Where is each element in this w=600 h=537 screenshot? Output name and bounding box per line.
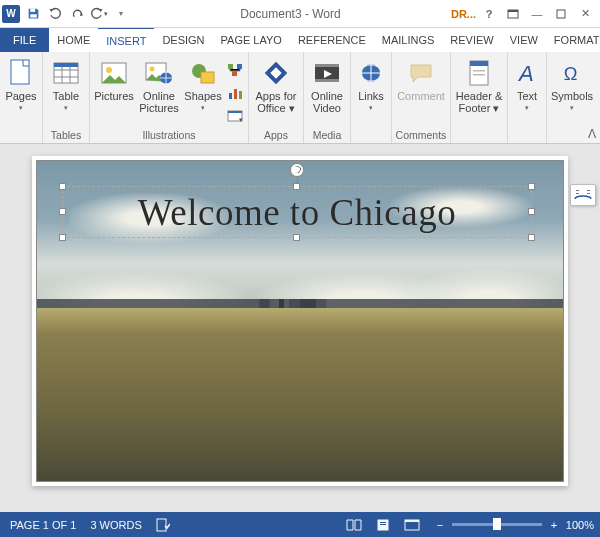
- svg-text:Ω: Ω: [564, 63, 578, 84]
- page-status[interactable]: PAGE 1 OF 1: [10, 519, 76, 531]
- smartart-icon[interactable]: [225, 60, 245, 80]
- svg-rect-27: [315, 64, 339, 67]
- svg-rect-28: [315, 79, 339, 82]
- tab-home[interactable]: HOME: [49, 28, 98, 52]
- symbols-icon: Ω: [557, 58, 587, 88]
- tab-review[interactable]: REVIEW: [442, 28, 501, 52]
- account-badge[interactable]: DR...: [451, 8, 476, 20]
- word-app-icon: W: [2, 5, 20, 23]
- ribbon: Pages ▾ Table ▾ Tables Pictures Online P…: [0, 52, 600, 144]
- tab-mailings[interactable]: MAILINGS: [374, 28, 443, 52]
- group-label-media: Media: [313, 128, 342, 143]
- save-icon[interactable]: [24, 4, 42, 24]
- undo-dropdown-icon[interactable]: ▾: [90, 4, 108, 24]
- shapes-button[interactable]: Shapes ▾: [183, 54, 223, 116]
- svg-rect-36: [576, 190, 579, 191]
- text-label: Text: [517, 90, 537, 102]
- text-button[interactable]: A Text ▾: [511, 54, 543, 116]
- svg-rect-1: [30, 14, 37, 17]
- table-button[interactable]: Table ▾: [46, 54, 86, 116]
- help-icon[interactable]: ?: [478, 4, 500, 24]
- rotate-handle-icon[interactable]: [290, 163, 304, 177]
- shapes-icon: [188, 58, 218, 88]
- online-video-button[interactable]: Online Video: [307, 54, 347, 118]
- svg-rect-4: [557, 10, 565, 18]
- group-pages: Pages ▾: [0, 52, 43, 143]
- svg-rect-22: [228, 111, 242, 113]
- resize-handle[interactable]: [528, 208, 535, 215]
- header-footer-button[interactable]: Header & Footer ▾: [454, 54, 504, 118]
- qat-customize-icon[interactable]: ▾: [112, 4, 130, 24]
- zoom-thumb[interactable]: [493, 518, 501, 530]
- comment-icon: [406, 58, 436, 88]
- resize-handle[interactable]: [59, 183, 66, 190]
- tab-file[interactable]: FILE: [0, 28, 49, 52]
- layout-options-icon: [574, 188, 592, 202]
- redo-icon[interactable]: [68, 4, 86, 24]
- screenshot-icon[interactable]: ▾: [225, 106, 245, 126]
- undo-icon[interactable]: [46, 4, 64, 24]
- svg-point-11: [150, 67, 155, 72]
- svg-rect-33: [473, 74, 485, 76]
- resize-handle[interactable]: [293, 234, 300, 241]
- tab-page-layout[interactable]: PAGE LAYO: [213, 28, 290, 52]
- svg-rect-43: [380, 524, 386, 525]
- zoom-level[interactable]: 100%: [566, 519, 594, 531]
- close-icon[interactable]: ✕: [574, 4, 596, 24]
- tab-design[interactable]: DESIGN: [154, 28, 212, 52]
- pictures-label: Pictures: [94, 90, 134, 102]
- svg-rect-3: [508, 10, 518, 12]
- group-text: A Text ▾: [508, 52, 547, 143]
- minimize-icon[interactable]: —: [526, 4, 548, 24]
- pictures-button[interactable]: Pictures: [93, 54, 135, 106]
- zoom-slider[interactable]: [452, 523, 542, 526]
- chart-icon[interactable]: [225, 83, 245, 103]
- links-button[interactable]: Links ▾: [354, 54, 388, 116]
- page[interactable]: Welcome to Chicago: [32, 156, 568, 486]
- tab-insert[interactable]: INSERT: [98, 28, 154, 52]
- spell-check-icon[interactable]: [156, 518, 170, 532]
- online-pictures-button[interactable]: Online Pictures: [137, 54, 181, 118]
- zoom-in-icon[interactable]: +: [548, 519, 560, 531]
- tab-strip: FILE HOME INSERT DESIGN PAGE LAYO REFERE…: [0, 28, 600, 52]
- apps-button[interactable]: Apps for Office ▾: [252, 54, 300, 118]
- tab-format[interactable]: FORMAT: [546, 28, 600, 52]
- maximize-icon[interactable]: [550, 4, 572, 24]
- pages-button[interactable]: Pages ▾: [3, 54, 39, 116]
- resize-handle[interactable]: [528, 183, 535, 190]
- comment-button[interactable]: Comment: [395, 54, 447, 106]
- word-count[interactable]: 3 WORDS: [90, 519, 141, 531]
- print-layout-icon[interactable]: [376, 519, 390, 531]
- symbols-button[interactable]: Ω Symbols ▾: [550, 54, 594, 116]
- zoom-out-icon[interactable]: −: [434, 519, 446, 531]
- tab-references[interactable]: REFERENCE: [290, 28, 374, 52]
- quick-access-toolbar: W ▾ ▾: [0, 4, 130, 24]
- ribbon-display-icon[interactable]: [502, 4, 524, 24]
- resize-handle[interactable]: [59, 208, 66, 215]
- pages-label: Pages: [5, 90, 36, 102]
- svg-rect-38: [587, 190, 590, 191]
- web-layout-icon[interactable]: [404, 519, 420, 531]
- layout-options-button[interactable]: [570, 184, 596, 206]
- document-area[interactable]: Welcome to Chicago: [0, 144, 600, 512]
- table-label: Table: [53, 90, 79, 102]
- group-label-apps: Apps: [264, 128, 288, 143]
- group-media: Online Video Media: [304, 52, 351, 143]
- svg-point-9: [106, 67, 112, 73]
- svg-text:▾: ▾: [239, 116, 243, 123]
- textbox-selection[interactable]: [62, 186, 532, 238]
- collapse-ribbon-icon[interactable]: ᐱ: [588, 127, 596, 141]
- svg-rect-19: [234, 89, 237, 99]
- resize-handle[interactable]: [59, 234, 66, 241]
- title-bar: W ▾ ▾ Document3 - Word DR... ? — ✕: [0, 0, 600, 28]
- read-mode-icon[interactable]: [346, 519, 362, 531]
- svg-rect-15: [228, 64, 233, 69]
- header-footer-label: Header & Footer ▾: [456, 90, 502, 114]
- resize-handle[interactable]: [528, 234, 535, 241]
- group-label-illustrations: Illustrations: [142, 128, 195, 143]
- resize-handle[interactable]: [293, 183, 300, 190]
- tab-view[interactable]: VIEW: [502, 28, 546, 52]
- header-footer-icon: [464, 58, 494, 88]
- svg-rect-20: [239, 91, 242, 99]
- group-apps: Apps for Office ▾ Apps: [249, 52, 304, 143]
